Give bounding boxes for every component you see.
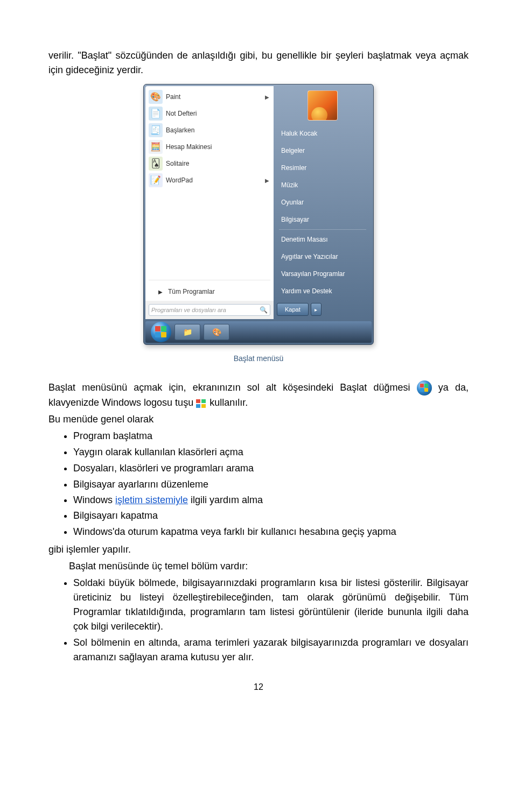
- paragraph-after-list: gibi işlemler yapılır.: [48, 542, 469, 557]
- submenu-arrow-icon: ▶: [265, 93, 269, 101]
- program-item[interactable]: 🧮Hesap Makinesi: [145, 138, 274, 155]
- bullet-list-3: Soldaki büyük bölmede, bilgisayarınızdak…: [48, 576, 469, 665]
- right-pane-item[interactable]: Denetim Masası: [274, 231, 372, 248]
- program-label: WordPad: [166, 175, 265, 185]
- start-menu-left-pane: 🎨Paint▶📄Not Defteri🧾Başlarken🧮Hesap Maki…: [145, 86, 274, 319]
- page-number: 12: [48, 681, 469, 694]
- search-area: Programları ve dosyaları ara 🔍: [145, 301, 274, 319]
- text: Windows: [73, 495, 115, 505]
- program-label: Not Defteri: [166, 109, 269, 118]
- list-item: Windows'da oturum kapatma veya farklı bi…: [73, 525, 469, 539]
- search-input[interactable]: Programları ve dosyaları ara 🔍: [149, 304, 270, 316]
- program-item[interactable]: 📝WordPad▶: [145, 172, 274, 188]
- all-programs-label: Tüm Programlar: [168, 287, 215, 296]
- program-icon: 🧾: [149, 123, 163, 137]
- intro-paragraph: verilir. "Başlat" sözcüğünden de anlaşıl…: [48, 48, 469, 77]
- taskbar-pinned-explorer[interactable]: 📁: [174, 324, 200, 340]
- figure-caption: Başlat menüsü: [48, 353, 469, 364]
- program-label: Paint: [166, 92, 265, 102]
- all-programs-item[interactable]: ▶ Tüm Programlar: [145, 283, 274, 301]
- list-item: Dosyaları, klasörleri ve programları ara…: [73, 461, 469, 476]
- program-item[interactable]: 🧾Başlarken: [145, 122, 274, 138]
- bullet-list-1: Program başlatmaYaygın olarak kullanılan…: [48, 429, 469, 492]
- list-item: Sol bölmenin en altında, arama terimleri…: [73, 636, 469, 665]
- list-item: Soldaki büyük bölmede, bilgisayarınızdak…: [73, 576, 469, 634]
- paragraph-three-sections: Başlat menüsünde üç temel bölüm vardır:: [48, 559, 469, 574]
- program-icon: 🎨: [149, 90, 163, 104]
- list-item: Bilgisayarı kapatma: [73, 509, 469, 523]
- program-label: Başlarken: [166, 125, 269, 135]
- taskbar: 📁 🎨: [145, 321, 372, 343]
- separator: [149, 280, 270, 280]
- list-item: Program başlatma: [73, 429, 469, 443]
- program-item[interactable]: 🎨Paint▶: [145, 88, 274, 105]
- shutdown-button[interactable]: Kapat: [277, 303, 309, 316]
- program-label: Solitaire: [166, 159, 269, 168]
- submenu-arrow-icon: ▶: [265, 176, 269, 185]
- paragraph-general: Bu menüde genel olarak: [48, 412, 469, 427]
- start-menu-figure: 🎨Paint▶📄Not Defteri🧾Başlarken🧮Hesap Maki…: [48, 84, 469, 364]
- start-menu-right-pane: Haluk Kocak BelgelerResimlerMüzikOyunlar…: [274, 86, 372, 319]
- right-pane-item[interactable]: Belgeler: [274, 142, 372, 159]
- bullet-list-1b: Windows işletim sistemiyle ilgili yardım…: [48, 493, 469, 507]
- program-icon: 📄: [149, 107, 163, 121]
- windows-key-icon: [196, 399, 207, 408]
- text: Başlat menüsünü açmak için, ekranınızın …: [48, 382, 417, 393]
- program-item[interactable]: 🂡Solitaire: [145, 155, 274, 172]
- right-pane-item[interactable]: Resimler: [274, 159, 372, 176]
- list-item: Yaygın olarak kullanılan klasörleri açma: [73, 445, 469, 460]
- separator: [279, 229, 366, 230]
- bullet-list-2: Bilgisayarı kapatmaWindows'da oturum kap…: [48, 509, 469, 539]
- right-pane-item[interactable]: Yardım ve Destek: [274, 283, 372, 300]
- user-avatar[interactable]: [308, 90, 338, 121]
- program-icon: 📝: [149, 173, 163, 187]
- taskbar-pinned-paint[interactable]: 🎨: [204, 324, 229, 340]
- list-item: Bilgisayar ayarlarını düzenleme: [73, 477, 469, 492]
- right-pane-item[interactable]: Oyunlar: [274, 194, 372, 211]
- start-orb[interactable]: [151, 322, 171, 342]
- shutdown-options-arrow[interactable]: ▸: [311, 303, 322, 316]
- search-placeholder-text: Programları ve dosyaları ara: [151, 306, 226, 315]
- paragraph-open-start: Başlat menüsünü açmak için, ekranınızın …: [48, 380, 469, 410]
- start-orb-icon: [417, 380, 432, 396]
- program-label: Hesap Makinesi: [166, 142, 269, 152]
- list-item: Windows işletim sistemiyle ilgili yardım…: [73, 493, 469, 507]
- text: kullanılır.: [209, 397, 248, 408]
- right-pane-item[interactable]: Aygıtlar ve Yazıcılar: [274, 248, 372, 265]
- program-icon: 🂡: [149, 157, 163, 171]
- triangle-icon: ▶: [158, 288, 163, 296]
- program-icon: 🧮: [149, 140, 163, 154]
- start-menu: 🎨Paint▶📄Not Defteri🧾Başlarken🧮Hesap Maki…: [143, 84, 374, 345]
- search-icon: 🔍: [260, 305, 268, 315]
- text: ilgili yardım alma: [188, 495, 263, 505]
- right-pane-item[interactable]: Müzik: [274, 176, 372, 194]
- user-name-item[interactable]: Haluk Kocak: [274, 125, 372, 142]
- right-pane-item[interactable]: Bilgisayar: [274, 211, 372, 228]
- os-link[interactable]: işletim sistemiyle: [115, 495, 188, 505]
- program-item[interactable]: 📄Not Defteri: [145, 105, 274, 122]
- right-pane-item[interactable]: Varsayılan Programlar: [274, 265, 372, 283]
